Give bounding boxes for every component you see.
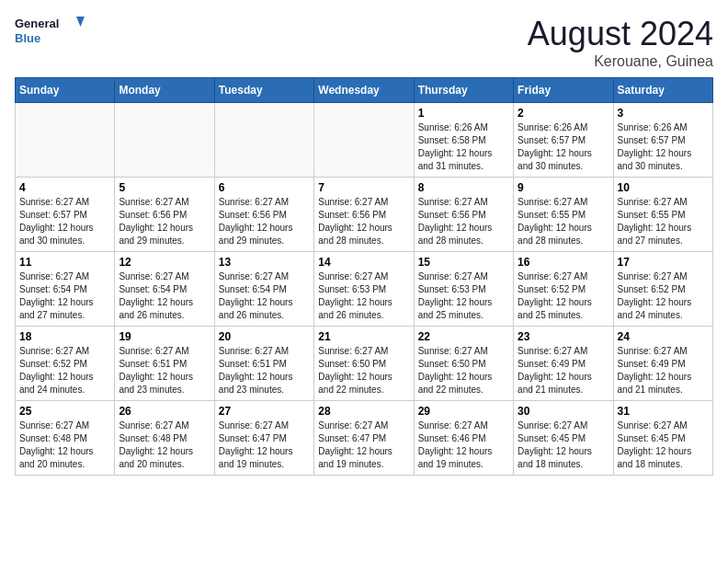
- day-number: 15: [418, 256, 509, 269]
- day-info: Sunrise: 6:27 AM Sunset: 6:54 PM Dayligh…: [219, 270, 310, 322]
- day-number: 18: [19, 330, 110, 343]
- day-number: 7: [318, 181, 409, 194]
- day-number: 19: [119, 330, 210, 343]
- calendar-cell: 14Sunrise: 6:27 AM Sunset: 6:53 PM Dayli…: [314, 252, 414, 327]
- day-number: 9: [518, 181, 609, 194]
- day-number: 17: [618, 256, 709, 269]
- day-info: Sunrise: 6:27 AM Sunset: 6:46 PM Dayligh…: [418, 419, 509, 471]
- calendar-cell: [16, 103, 115, 178]
- calendar-week-2: 4Sunrise: 6:27 AM Sunset: 6:57 PM Daylig…: [16, 178, 713, 252]
- day-number: 24: [618, 330, 709, 343]
- day-number: 2: [518, 107, 609, 120]
- day-info: Sunrise: 6:26 AM Sunset: 6:57 PM Dayligh…: [618, 121, 709, 173]
- day-info: Sunrise: 6:26 AM Sunset: 6:58 PM Dayligh…: [418, 121, 509, 173]
- calendar-cell: 15Sunrise: 6:27 AM Sunset: 6:53 PM Dayli…: [414, 252, 513, 327]
- weekday-header-tuesday: Tuesday: [214, 78, 313, 103]
- day-info: Sunrise: 6:27 AM Sunset: 6:52 PM Dayligh…: [618, 270, 709, 322]
- day-info: Sunrise: 6:26 AM Sunset: 6:57 PM Dayligh…: [518, 121, 609, 173]
- day-info: Sunrise: 6:27 AM Sunset: 6:50 PM Dayligh…: [418, 345, 509, 396]
- calendar-cell: 5Sunrise: 6:27 AM Sunset: 6:56 PM Daylig…: [115, 178, 214, 252]
- day-number: 31: [618, 405, 709, 418]
- weekday-header-sunday: Sunday: [16, 78, 115, 103]
- calendar-cell: 4Sunrise: 6:27 AM Sunset: 6:57 PM Daylig…: [16, 178, 115, 252]
- calendar-cell: 11Sunrise: 6:27 AM Sunset: 6:54 PM Dayli…: [16, 252, 115, 327]
- calendar-cell: [314, 103, 414, 178]
- calendar-cell: 25Sunrise: 6:27 AM Sunset: 6:48 PM Dayli…: [16, 401, 115, 476]
- calendar-cell: 19Sunrise: 6:27 AM Sunset: 6:51 PM Dayli…: [115, 327, 214, 401]
- day-info: Sunrise: 6:27 AM Sunset: 6:54 PM Dayligh…: [119, 270, 210, 322]
- day-info: Sunrise: 6:27 AM Sunset: 6:52 PM Dayligh…: [19, 345, 110, 396]
- day-number: 21: [318, 330, 409, 343]
- month-year: August 2024: [528, 15, 713, 53]
- calendar-table: SundayMondayTuesdayWednesdayThursdayFrid…: [15, 77, 713, 476]
- day-info: Sunrise: 6:27 AM Sunset: 6:49 PM Dayligh…: [518, 345, 609, 396]
- weekday-header-row: SundayMondayTuesdayWednesdayThursdayFrid…: [16, 78, 713, 103]
- weekday-header-monday: Monday: [115, 78, 214, 103]
- calendar-cell: 9Sunrise: 6:27 AM Sunset: 6:55 PM Daylig…: [514, 178, 613, 252]
- calendar-cell: 18Sunrise: 6:27 AM Sunset: 6:52 PM Dayli…: [16, 327, 115, 401]
- calendar-week-5: 25Sunrise: 6:27 AM Sunset: 6:48 PM Dayli…: [16, 401, 713, 476]
- logo-icon: General Blue: [15, 15, 88, 48]
- day-info: Sunrise: 6:27 AM Sunset: 6:48 PM Dayligh…: [19, 419, 110, 471]
- calendar-cell: 23Sunrise: 6:27 AM Sunset: 6:49 PM Dayli…: [514, 327, 613, 401]
- page-header: General Blue August 2024 Kerouane, Guine…: [15, 15, 713, 70]
- day-info: Sunrise: 6:27 AM Sunset: 6:56 PM Dayligh…: [318, 196, 409, 247]
- day-info: Sunrise: 6:27 AM Sunset: 6:55 PM Dayligh…: [518, 196, 609, 247]
- title-section: August 2024 Kerouane, Guinea: [528, 15, 713, 70]
- calendar-cell: 7Sunrise: 6:27 AM Sunset: 6:56 PM Daylig…: [314, 178, 414, 252]
- day-number: 4: [19, 181, 110, 194]
- calendar-cell: [115, 103, 214, 178]
- day-number: 29: [418, 405, 509, 418]
- calendar-cell: 21Sunrise: 6:27 AM Sunset: 6:50 PM Dayli…: [314, 327, 414, 401]
- day-info: Sunrise: 6:27 AM Sunset: 6:57 PM Dayligh…: [19, 196, 110, 247]
- day-number: 6: [219, 181, 310, 194]
- calendar-cell: 29Sunrise: 6:27 AM Sunset: 6:46 PM Dayli…: [414, 401, 513, 476]
- weekday-header-friday: Friday: [514, 78, 613, 103]
- calendar-week-1: 1Sunrise: 6:26 AM Sunset: 6:58 PM Daylig…: [16, 103, 713, 178]
- svg-text:Blue: Blue: [15, 31, 40, 45]
- calendar-cell: 3Sunrise: 6:26 AM Sunset: 6:57 PM Daylig…: [613, 103, 712, 178]
- day-number: 1: [418, 107, 509, 120]
- svg-marker-2: [76, 17, 85, 27]
- day-info: Sunrise: 6:27 AM Sunset: 6:49 PM Dayligh…: [618, 345, 709, 396]
- day-number: 30: [518, 405, 609, 418]
- weekday-header-saturday: Saturday: [613, 78, 712, 103]
- day-number: 14: [318, 256, 409, 269]
- day-number: 10: [618, 181, 709, 194]
- calendar-cell: 24Sunrise: 6:27 AM Sunset: 6:49 PM Dayli…: [613, 327, 712, 401]
- calendar-cell: 17Sunrise: 6:27 AM Sunset: 6:52 PM Dayli…: [613, 252, 712, 327]
- day-info: Sunrise: 6:27 AM Sunset: 6:52 PM Dayligh…: [518, 270, 609, 322]
- day-number: 28: [318, 405, 409, 418]
- calendar-cell: 22Sunrise: 6:27 AM Sunset: 6:50 PM Dayli…: [414, 327, 513, 401]
- calendar-week-4: 18Sunrise: 6:27 AM Sunset: 6:52 PM Dayli…: [16, 327, 713, 401]
- day-number: 11: [19, 256, 110, 269]
- calendar-week-3: 11Sunrise: 6:27 AM Sunset: 6:54 PM Dayli…: [16, 252, 713, 327]
- day-info: Sunrise: 6:27 AM Sunset: 6:53 PM Dayligh…: [418, 270, 509, 322]
- calendar-cell: 13Sunrise: 6:27 AM Sunset: 6:54 PM Dayli…: [214, 252, 313, 327]
- day-number: 8: [418, 181, 509, 194]
- day-number: 23: [518, 330, 609, 343]
- day-info: Sunrise: 6:27 AM Sunset: 6:55 PM Dayligh…: [618, 196, 709, 247]
- calendar-cell: 16Sunrise: 6:27 AM Sunset: 6:52 PM Dayli…: [514, 252, 613, 327]
- calendar-cell: 2Sunrise: 6:26 AM Sunset: 6:57 PM Daylig…: [514, 103, 613, 178]
- calendar-cell: [214, 103, 313, 178]
- day-number: 5: [119, 181, 210, 194]
- day-info: Sunrise: 6:27 AM Sunset: 6:50 PM Dayligh…: [318, 345, 409, 396]
- calendar-cell: 1Sunrise: 6:26 AM Sunset: 6:58 PM Daylig…: [414, 103, 513, 178]
- day-info: Sunrise: 6:27 AM Sunset: 6:45 PM Dayligh…: [518, 419, 609, 471]
- day-info: Sunrise: 6:27 AM Sunset: 6:51 PM Dayligh…: [219, 345, 310, 396]
- calendar-cell: 8Sunrise: 6:27 AM Sunset: 6:56 PM Daylig…: [414, 178, 513, 252]
- day-number: 12: [119, 256, 210, 269]
- day-info: Sunrise: 6:27 AM Sunset: 6:47 PM Dayligh…: [318, 419, 409, 471]
- day-info: Sunrise: 6:27 AM Sunset: 6:54 PM Dayligh…: [19, 270, 110, 322]
- day-info: Sunrise: 6:27 AM Sunset: 6:56 PM Dayligh…: [119, 196, 210, 247]
- day-info: Sunrise: 6:27 AM Sunset: 6:51 PM Dayligh…: [119, 345, 210, 396]
- weekday-header-wednesday: Wednesday: [314, 78, 414, 103]
- svg-text:General: General: [15, 17, 59, 30]
- day-number: 25: [19, 405, 110, 418]
- day-number: 3: [618, 107, 709, 120]
- logo: General Blue: [15, 15, 88, 48]
- calendar-cell: 30Sunrise: 6:27 AM Sunset: 6:45 PM Dayli…: [514, 401, 613, 476]
- day-number: 20: [219, 330, 310, 343]
- calendar-cell: 27Sunrise: 6:27 AM Sunset: 6:47 PM Dayli…: [214, 401, 313, 476]
